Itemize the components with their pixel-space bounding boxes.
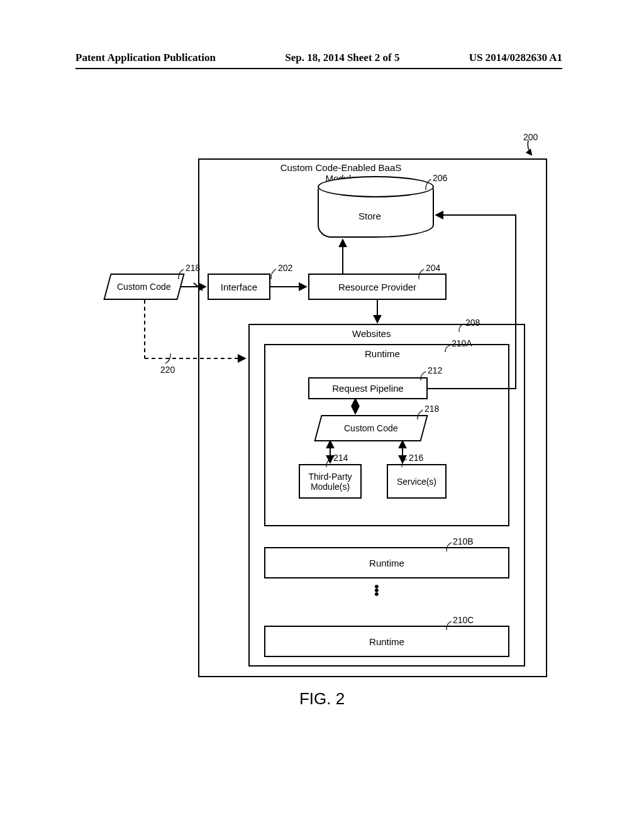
ref-200: 200 [523, 132, 538, 142]
request-pipeline-label: Request Pipeline [332, 383, 403, 394]
request-pipeline-box: Request Pipeline [308, 377, 428, 399]
ref-210a: 210A [452, 338, 472, 348]
ref-214: 214 [333, 453, 348, 463]
ref-202: 202 [278, 263, 292, 273]
custom-code-inner: Custom Code [314, 415, 428, 441]
custom-code-outer: Custom Code [103, 274, 184, 300]
ref-204: 204 [426, 263, 440, 273]
diagram-area: 200 Custom Code-Enabled BaaS Module Stor… [75, 132, 560, 679]
ref-220: 220 [160, 365, 175, 375]
ref-210b: 210B [453, 536, 474, 546]
interface-box: Interface [208, 274, 270, 300]
resource-provider-box: Resource Provider [308, 274, 447, 300]
interface-label: Interface [221, 282, 257, 292]
ref-206: 206 [433, 173, 447, 183]
custom-code-inner-label: Custom Code [344, 423, 398, 433]
figure-caption: FIG. 2 [0, 689, 644, 709]
runtime-b-label: Runtime [369, 558, 404, 568]
custom-code-outer-label: Custom Code [117, 282, 171, 292]
ref-210c: 210C [453, 615, 474, 625]
store-cylinder-top [318, 176, 434, 197]
services-box: Service(s) [387, 464, 447, 499]
store-label: Store [358, 211, 381, 221]
resource-provider-label: Resource Provider [338, 282, 416, 292]
websites-title: Websites [352, 328, 391, 339]
header-center: Sep. 18, 2014 Sheet 2 of 5 [285, 52, 399, 64]
page: Patent Application Publication Sep. 18, … [0, 0, 644, 830]
ref-218b: 218 [425, 404, 439, 414]
ref-208: 208 [465, 318, 480, 328]
ref-218a: 218 [186, 263, 200, 273]
runtime-c-label: Runtime [369, 636, 404, 647]
header-left: Patent Application Publication [75, 52, 216, 64]
third-party-label: Third-Party Module(s) [300, 472, 360, 492]
runtime-c-box: Runtime [264, 626, 509, 657]
page-header: Patent Application Publication Sep. 18, … [75, 52, 562, 69]
runtime-b-box: Runtime [264, 547, 509, 578]
header-right: US 2014/0282630 A1 [469, 52, 562, 64]
services-label: Service(s) [397, 477, 436, 487]
third-party-box: Third-Party Module(s) [299, 464, 362, 499]
ref-216: 216 [409, 453, 423, 463]
runtime-a-title: Runtime [365, 348, 400, 359]
ellipsis-dots: ••• [374, 585, 379, 596]
ref-212: 212 [428, 365, 442, 375]
